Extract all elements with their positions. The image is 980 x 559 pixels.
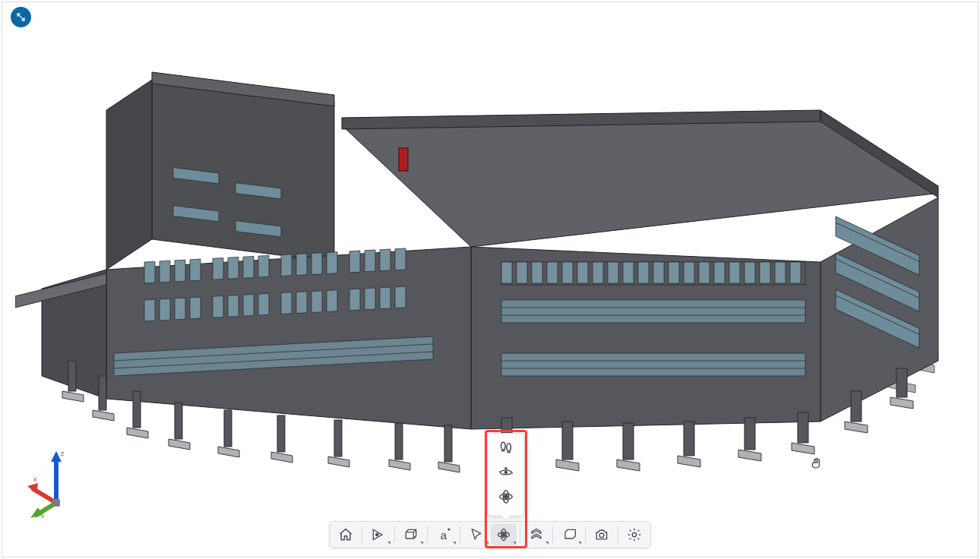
svg-point-143 [504, 495, 508, 499]
turntable-icon [497, 465, 515, 480]
walk-mode-button[interactable] [492, 437, 520, 460]
settings-button[interactable] [621, 524, 647, 545]
svg-point-129 [376, 533, 378, 535]
home-icon [337, 527, 354, 542]
look-at-button[interactable] [365, 524, 391, 545]
svg-point-138 [507, 444, 511, 451]
svg-marker-123 [51, 451, 62, 462]
axis-z-label: z [61, 450, 65, 457]
gear-icon [627, 527, 642, 542]
look-at-icon [370, 527, 387, 542]
home-button[interactable] [333, 524, 359, 545]
svg-point-136 [632, 532, 636, 536]
select-button[interactable] [463, 524, 489, 545]
footprints-icon [497, 440, 515, 456]
projection-icon [561, 527, 577, 542]
orbit-flyout-menu [487, 433, 525, 516]
svg-point-140 [505, 472, 507, 474]
free-orbit-icon [497, 488, 515, 505]
cursor-hand-icon [809, 456, 823, 471]
svg-point-137 [501, 442, 506, 450]
orbit-button[interactable] [491, 524, 517, 545]
view-toolbar: a [329, 521, 651, 548]
svg-point-133 [502, 533, 505, 536]
turntable-orbit-button[interactable] [492, 461, 520, 484]
orbit-icon [495, 527, 512, 542]
axis-y-label: y [41, 512, 45, 518]
svg-marker-125 [27, 483, 38, 494]
cursor-arrow-icon [469, 527, 484, 542]
cube-icon [403, 527, 419, 542]
explode-icon [528, 527, 545, 542]
expand-button[interactable] [11, 7, 31, 27]
axis-x-label: x [33, 475, 37, 483]
explode-button[interactable] [523, 524, 549, 545]
camera-icon [593, 527, 610, 542]
caret-icon [446, 526, 452, 532]
annotation-scale-button[interactable]: a [431, 524, 457, 545]
free-orbit-button[interactable] [492, 485, 520, 508]
svg-point-130 [447, 528, 450, 530]
axis-triad: z x y [27, 450, 81, 518]
projection-button[interactable] [556, 524, 582, 545]
expand-icon [16, 12, 26, 22]
camera-button[interactable] [589, 524, 615, 545]
svg-rect-128 [52, 499, 60, 507]
section-box-button[interactable] [398, 524, 424, 545]
svg-point-135 [599, 533, 604, 538]
